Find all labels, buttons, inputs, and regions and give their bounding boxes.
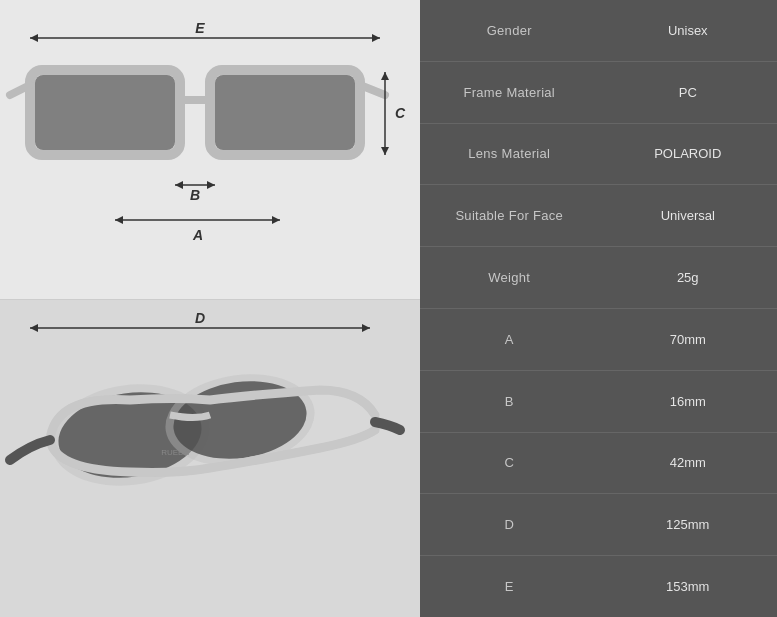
spec-row: Lens MaterialPOLAROID — [420, 124, 777, 186]
svg-marker-20 — [381, 72, 389, 80]
svg-marker-16 — [115, 216, 123, 224]
spec-row: Frame MaterialPC — [420, 62, 777, 124]
svg-marker-2 — [372, 34, 380, 42]
spec-value: POLAROID — [599, 146, 778, 161]
spec-value: Universal — [599, 208, 778, 223]
spec-value: PC — [599, 85, 778, 100]
svg-marker-25 — [362, 324, 370, 332]
spec-value: 125mm — [599, 517, 778, 532]
svg-marker-12 — [175, 181, 183, 189]
svg-text:D: D — [195, 310, 205, 326]
svg-text:RUEBA: RUEBA — [161, 448, 189, 457]
spec-value: 70mm — [599, 332, 778, 347]
svg-text:B: B — [190, 187, 200, 203]
spec-label: D — [420, 517, 599, 532]
spec-row: GenderUnisex — [420, 0, 777, 62]
svg-text:C: C — [395, 105, 406, 121]
spec-label: Gender — [420, 23, 599, 38]
spec-row: C42mm — [420, 433, 777, 495]
svg-rect-7 — [215, 75, 355, 150]
front-view-section: E B A — [0, 0, 420, 300]
svg-marker-17 — [272, 216, 280, 224]
spec-row: A70mm — [420, 309, 777, 371]
svg-text:A: A — [192, 227, 203, 243]
svg-marker-1 — [30, 34, 38, 42]
spec-value: 42mm — [599, 455, 778, 470]
diagram-panel: E B A — [0, 0, 420, 617]
spec-value: 25g — [599, 270, 778, 285]
front-view-svg: E B A — [0, 0, 420, 300]
spec-row: Weight25g — [420, 247, 777, 309]
svg-marker-24 — [30, 324, 38, 332]
side-view-svg: D RUEBA — [0, 300, 420, 617]
spec-row: B16mm — [420, 371, 777, 433]
spec-label: Frame Material — [420, 85, 599, 100]
svg-rect-5 — [35, 75, 175, 150]
svg-marker-13 — [207, 181, 215, 189]
spec-row: E153mm — [420, 556, 777, 617]
spec-label: E — [420, 579, 599, 594]
spec-label: Suitable For Face — [420, 208, 599, 223]
spec-value: 153mm — [599, 579, 778, 594]
spec-row: Suitable For FaceUniversal — [420, 185, 777, 247]
spec-value: 16mm — [599, 394, 778, 409]
spec-label: A — [420, 332, 599, 347]
specs-panel: GenderUnisexFrame MaterialPCLens Materia… — [420, 0, 777, 617]
spec-value: Unisex — [599, 23, 778, 38]
spec-label: Weight — [420, 270, 599, 285]
svg-marker-21 — [381, 147, 389, 155]
spec-label: Lens Material — [420, 146, 599, 161]
svg-text:E: E — [195, 20, 205, 36]
spec-label: C — [420, 455, 599, 470]
side-view-section: D RUEBA — [0, 300, 420, 617]
spec-row: D125mm — [420, 494, 777, 556]
spec-label: B — [420, 394, 599, 409]
